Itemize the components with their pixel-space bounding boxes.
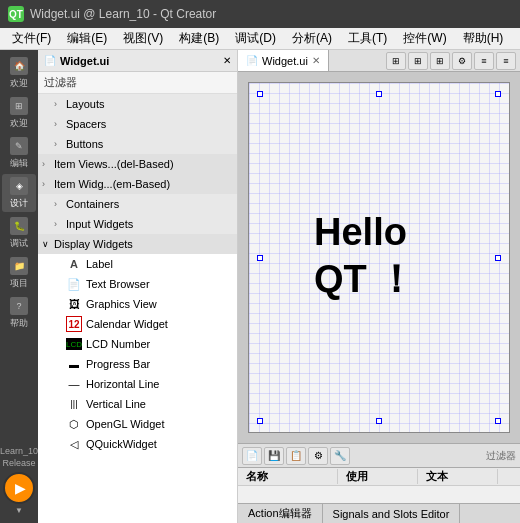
item-label-text: Text Browser [86,278,150,290]
filter-label: 过滤器 [44,75,77,90]
bottom-tb-btn2[interactable]: 💾 [264,447,284,465]
selection-handle-tm [376,91,382,97]
qquick-icon: ◁ [66,436,82,452]
release-section: Learn_10 Release ▼ [0,446,38,523]
sidebar-item-debug[interactable]: 🐛 调试 [2,214,36,252]
sidebar-item-project[interactable]: 📁 项目 [2,254,36,292]
tab-signals-slots[interactable]: Signals and Slots Editor [323,504,461,523]
item-label-text: QQuickWidget [86,438,157,450]
content-area: 📄 Widget.ui ✕ ⊞ ⊞ ⊞ ⚙ ≡ ≡ Hello QT ！ [238,50,520,523]
item-label-text: Vertical Line [86,398,146,410]
ui-file-icon: 📄 [44,55,56,66]
bottom-arrow: ▼ [15,506,23,515]
vline-icon: ||| [66,396,82,412]
item-progress-bar[interactable]: ▬ Progress Bar [38,354,237,374]
toolbar-btn-4[interactable]: ⚙ [452,52,472,70]
bottom-tb-btn5[interactable]: 🔧 [330,447,350,465]
category-display-widgets[interactable]: ∨ Display Widgets [38,234,237,254]
item-vertical-line[interactable]: ||| Vertical Line [38,394,237,414]
category-label: Buttons [66,138,103,150]
item-qquick-widget[interactable]: ◁ QQuickWidget [38,434,237,454]
sidebar-item-label: 调试 [10,237,28,250]
menu-help[interactable]: 帮助(H) [455,28,512,49]
menu-tools[interactable]: 工具(T) [340,28,395,49]
widget-panel-title: Widget.ui [60,55,109,67]
bottom-tb-btn1[interactable]: 📄 [242,447,262,465]
arrow-layouts: › [54,99,66,109]
selection-handle-bl [257,418,263,424]
lcd-icon: LCD [66,338,82,350]
menu-view[interactable]: 视图(V) [115,28,171,49]
category-item-widgets[interactable]: › Item Widg...(em-Based) [38,174,237,194]
panel-close-icon[interactable]: ✕ [223,55,231,66]
arrow-input-widgets: › [54,219,66,229]
title-bar: QT Widget.ui @ Learn_10 - Qt Creator [0,0,520,28]
project-icon: 📁 [10,257,28,275]
sidebar-item-welcome2[interactable]: ⊞ 欢迎 [2,94,36,132]
col-header-use: 使用 [338,469,418,484]
bottom-tb-btn4[interactable]: ⚙ [308,447,328,465]
sidebar-item-edit[interactable]: ✎ 编辑 [2,134,36,172]
label-icon: A [66,256,82,272]
selection-handle-tl [257,91,263,97]
item-label-text: Graphics View [86,298,157,310]
category-buttons[interactable]: › Buttons [38,134,237,154]
tab-action-editor[interactable]: Action编辑器 [238,504,323,523]
category-input-widgets[interactable]: › Input Widgets [38,214,237,234]
toolbar-btn-1[interactable]: ⊞ [386,52,406,70]
toolbar-btn-3[interactable]: ⊞ [430,52,450,70]
welcome2-icon: ⊞ [10,97,28,115]
graphics-view-icon: 🖼 [66,296,82,312]
menu-file[interactable]: 文件(F) [4,28,59,49]
sidebar-item-label: 欢迎 [10,77,28,90]
item-graphics-view[interactable]: 🖼 Graphics View [38,294,237,314]
left-sidebar: 🏠 欢迎 ⊞ 欢迎 ✎ 编辑 ◈ 设计 🐛 调试 📁 项目 ? 帮助 Learn… [0,50,38,523]
category-label: Containers [66,198,119,210]
item-text-browser[interactable]: 📄 Text Browser [38,274,237,294]
arrow-item-views: › [42,159,54,169]
bottom-tb-btn3[interactable]: 📋 [286,447,306,465]
debug-icon: 🐛 [10,217,28,235]
canvas-area[interactable]: Hello QT ！ [238,72,520,443]
designer-canvas[interactable]: Hello QT ！ [248,82,510,433]
toolbar-btn-5[interactable]: ≡ [474,52,494,70]
item-lcd-number[interactable]: LCD LCD Number [38,334,237,354]
sidebar-item-welcome1[interactable]: 🏠 欢迎 [2,54,36,92]
menu-debug[interactable]: 调试(D) [227,28,284,49]
item-label-text: Progress Bar [86,358,150,370]
tab-close-button[interactable]: ✕ [312,55,320,66]
category-label: Input Widgets [66,218,133,230]
hello-qt-label: Hello QT ！ [314,211,444,305]
category-containers[interactable]: › Containers [38,194,237,214]
item-calendar-widget[interactable]: 12 Calendar Widget [38,314,237,334]
item-label[interactable]: A Label [38,254,237,274]
menu-edit[interactable]: 编辑(E) [59,28,115,49]
tab-widget-ui[interactable]: 📄 Widget.ui ✕ [238,50,329,71]
category-label: Spacers [66,118,106,130]
menu-widgets[interactable]: 控件(W) [395,28,454,49]
selection-handle-bm [376,418,382,424]
item-label-text: Calendar Widget [86,318,168,330]
sidebar-item-label: 欢迎 [10,117,28,130]
selection-handle-mr [495,255,501,261]
menu-analyze[interactable]: 分析(A) [284,28,340,49]
toolbar-btn-6[interactable]: ≡ [496,52,516,70]
hline-icon: — [66,376,82,392]
arrow-item-widgets: › [42,179,54,189]
bottom-table: 名称 使用 文本 [238,468,520,503]
category-layouts[interactable]: › Layouts [38,94,237,114]
item-horizontal-line[interactable]: — Horizontal Line [38,374,237,394]
col-header-name: 名称 [238,469,338,484]
play-button[interactable] [3,472,35,504]
toolbar-btn-2[interactable]: ⊞ [408,52,428,70]
sidebar-item-label: 编辑 [10,157,28,170]
category-spacers[interactable]: › Spacers [38,114,237,134]
sidebar-item-help[interactable]: ? 帮助 [2,294,36,332]
calendar-icon: 12 [66,316,82,332]
category-item-views[interactable]: › Item Views...(del-Based) [38,154,237,174]
sidebar-item-design[interactable]: ◈ 设计 [2,174,36,212]
item-opengl-widget[interactable]: ⬡ OpenGL Widget [38,414,237,434]
item-label-text: LCD Number [86,338,150,350]
menu-build[interactable]: 构建(B) [171,28,227,49]
arrow-spacers: › [54,119,66,129]
